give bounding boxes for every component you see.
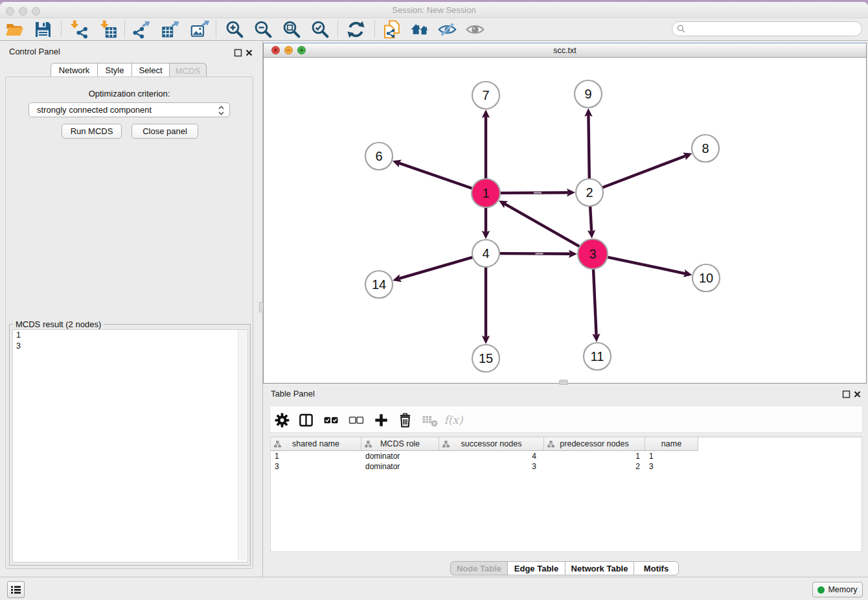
cell-predecessor-nodes[interactable]: 1 [544, 451, 645, 461]
graph-edge-4-14[interactable] [393, 257, 474, 282]
svg-text:11: 11 [591, 349, 604, 363]
criterion-dropdown[interactable]: strongly connected component [29, 102, 230, 117]
graph-edge-1-7[interactable] [482, 110, 490, 180]
tab-network-table[interactable]: Network Table [565, 561, 634, 575]
graph-node-8[interactable]: 8 [692, 135, 719, 162]
zoom-out-icon[interactable] [252, 19, 274, 40]
cell-MCDS-role[interactable]: dominator [361, 461, 439, 472]
cell-predecessor-nodes[interactable]: 2 [544, 461, 645, 472]
graph-edge-2-9[interactable] [584, 108, 592, 180]
graph-edge-4-15[interactable] [482, 266, 490, 344]
window-title: Session: New Session [0, 5, 868, 15]
export-table-icon[interactable] [159, 19, 181, 40]
graph-node-2[interactable]: 2 [576, 179, 603, 206]
task-history-button[interactable] [7, 581, 25, 598]
dropdown-arrows-icon [218, 105, 225, 116]
refresh-view-icon[interactable] [345, 19, 367, 40]
graph-edge-2-3[interactable] [588, 205, 595, 238]
import-table-icon[interactable] [97, 19, 119, 40]
graph-edge-3-11[interactable] [592, 268, 600, 342]
list-icon [10, 585, 21, 595]
mcds-result-scrollbar[interactable] [238, 330, 247, 560]
tab-network[interactable]: Network [51, 63, 98, 77]
graph-edge-2-8[interactable] [601, 153, 692, 189]
search-box[interactable] [672, 21, 862, 36]
cell-name[interactable]: 1 [645, 451, 698, 461]
search-input[interactable] [689, 23, 853, 34]
cell-shared-name[interactable]: 1 [271, 451, 361, 461]
graph-node-11[interactable]: 11 [584, 343, 611, 370]
column-header-MCDS-role[interactable]: MCDS role [361, 437, 439, 451]
cell-shared-name[interactable]: 3 [271, 461, 361, 472]
svg-text:4: 4 [482, 246, 489, 260]
graph-node-7[interactable]: 7 [472, 82, 499, 109]
table-row[interactable]: 3dominator323 [271, 461, 698, 472]
deselect-all-checkboxes-icon[interactable] [346, 411, 365, 429]
graph-edge-3-10[interactable] [606, 257, 692, 277]
network-window-titlebar[interactable]: × − + scc.txt [264, 43, 866, 58]
graph-node-4[interactable]: 4 [472, 240, 499, 267]
svg-text:8: 8 [702, 141, 709, 156]
toolbar-separator [61, 21, 62, 38]
gear-icon[interactable] [272, 411, 291, 429]
network-canvas[interactable]: 1234678910111415 [264, 58, 866, 383]
table-row[interactable]: 1dominator411 [271, 451, 698, 461]
mcds-result-list[interactable]: 13 [12, 329, 248, 562]
network-view-window: × − + scc.txt 1234678910111415 [263, 43, 867, 384]
control-panel-close-icon[interactable] [245, 49, 253, 57]
run-mcds-button[interactable]: Run MCDS [62, 124, 122, 139]
split-columns-icon[interactable] [296, 411, 315, 429]
save-session-icon[interactable] [32, 19, 54, 40]
cell-MCDS-role[interactable]: dominator [361, 451, 439, 461]
status-bar: Memory [0, 577, 868, 600]
open-session-icon[interactable] [3, 19, 25, 40]
network-overview-icon[interactable] [409, 19, 431, 40]
cell-successor-nodes[interactable]: 3 [439, 461, 544, 472]
control-panel-float-icon[interactable] [234, 49, 242, 57]
show-graphics-preview-icon[interactable] [464, 19, 486, 40]
import-network-icon[interactable] [67, 19, 89, 40]
graph-node-10[interactable]: 10 [692, 264, 720, 292]
graph-node-9[interactable]: 9 [575, 80, 602, 108]
tab-edge-table[interactable]: Edge Table [507, 561, 565, 575]
table-panel-float-icon[interactable] [842, 390, 851, 398]
tab-mcds[interactable]: MCDS [169, 63, 207, 78]
svg-text:9: 9 [584, 87, 591, 101]
column-header-shared-name[interactable]: shared name [271, 437, 361, 451]
table-panel-close-icon[interactable] [853, 390, 862, 398]
tab-select[interactable]: Select [131, 63, 170, 77]
canvas-divider-grip[interactable] [559, 380, 568, 385]
graph-edge-1-6[interactable] [393, 160, 474, 189]
tab-style[interactable]: Style [97, 63, 132, 77]
delete-column-icon[interactable] [395, 411, 415, 429]
column-header-predecessor-nodes[interactable]: predecessor nodes [544, 437, 645, 451]
graph-node-3[interactable]: 3 [578, 239, 608, 269]
graph-node-6[interactable]: 6 [365, 143, 393, 170]
svg-text:2: 2 [586, 185, 593, 200]
duplicate-network-view-icon[interactable] [381, 19, 403, 40]
control-panel-tabs: NetworkStyleSelectMCDS [51, 63, 207, 78]
graph-node-15[interactable]: 15 [472, 345, 499, 372]
cell-name[interactable]: 3 [645, 461, 698, 472]
tab-motifs[interactable]: Motifs [634, 561, 679, 575]
graph-node-14[interactable]: 14 [365, 271, 393, 298]
zoom-in-icon[interactable] [223, 19, 246, 40]
graph-edge-1-4[interactable] [482, 206, 490, 239]
select-all-checkboxes-icon[interactable] [321, 411, 340, 429]
add-column-icon[interactable] [371, 411, 391, 429]
column-header-successor-nodes[interactable]: successor nodes [439, 437, 544, 451]
toolbar-separator [216, 21, 216, 38]
memory-button[interactable]: Memory [812, 582, 863, 597]
zoom-selected-icon[interactable] [309, 19, 331, 40]
hide-graphics-details-icon[interactable] [436, 19, 458, 40]
export-image-icon[interactable] [188, 19, 211, 40]
graph-edge-3-1[interactable] [499, 200, 581, 247]
tab-node-table[interactable]: Node Table [450, 561, 508, 575]
svg-text:15: 15 [479, 351, 493, 365]
export-network-icon[interactable] [130, 19, 152, 40]
zoom-fit-icon[interactable] [280, 19, 303, 40]
close-panel-button[interactable]: Close panel [131, 124, 198, 139]
column-header-name[interactable]: name [645, 437, 698, 451]
graph-node-1[interactable]: 1 [472, 179, 500, 207]
cell-successor-nodes[interactable]: 4 [439, 451, 544, 461]
